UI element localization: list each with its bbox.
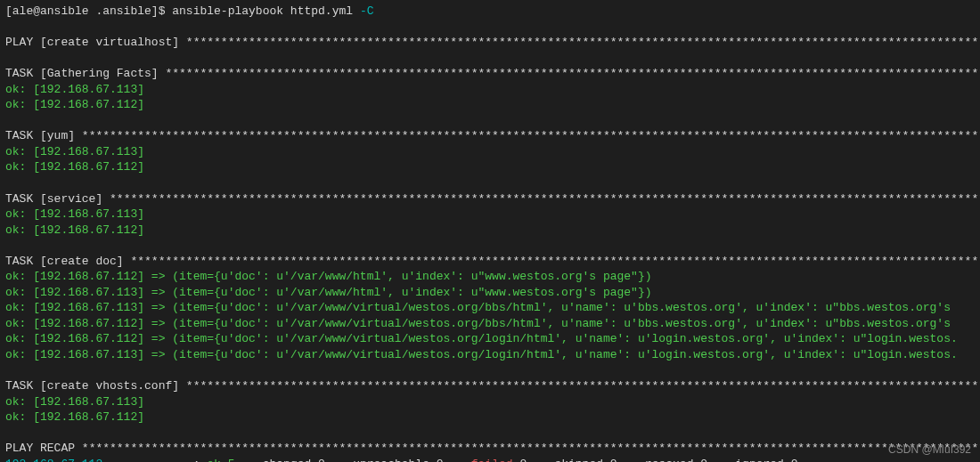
- recap-stars: ****************************************…: [82, 442, 980, 455]
- task-stars: ****************************************…: [130, 255, 980, 268]
- recap-host: 192.168.67.112: [5, 458, 102, 462]
- prompt-line: [ale@ansible .ansible]$ ansible-playbook…: [5, 4, 975, 20]
- recap-label: PLAY RECAP: [5, 442, 82, 455]
- prompt-text: [ale@ansible .ansible]$: [5, 4, 172, 18]
- recap-header: PLAY RECAP *****************************…: [5, 441, 975, 457]
- watermark-text: CSDN @MIuI392: [888, 442, 971, 457]
- play-label: PLAY [create virtualhost]: [5, 36, 186, 49]
- task-item: ok: [192.168.67.113] => (item={u'doc': u…: [5, 300, 975, 316]
- task-host-ok: ok: [192.168.67.112]: [5, 223, 975, 239]
- task-header-vhosts: TASK [create vhosts.conf] **************…: [5, 378, 975, 394]
- task-host-ok: ok: [192.168.67.113]: [5, 207, 975, 223]
- blank-line: [5, 113, 975, 129]
- task-label: TASK [create doc]: [5, 255, 130, 268]
- task-header-service: TASK [service] *************************…: [5, 191, 975, 207]
- task-stars: ****************************************…: [110, 192, 980, 206]
- task-item: ok: [192.168.67.113] => (item={u'doc': u…: [5, 285, 975, 301]
- task-host-ok: ok: [192.168.67.112]: [5, 97, 975, 113]
- recap-changed: changed=0: [263, 458, 325, 462]
- task-host-ok: ok: [192.168.67.112]: [5, 159, 975, 175]
- task-label: TASK [service]: [5, 192, 110, 206]
- task-item: ok: [192.168.67.113] => (item={u'doc': u…: [5, 347, 975, 363]
- recap-rescued: rescued=0: [645, 458, 707, 462]
- play-header: PLAY [create virtualhost] **************…: [5, 35, 975, 51]
- task-label: TASK [yum]: [5, 129, 82, 142]
- command-flag: -C: [360, 4, 374, 18]
- recap-unreachable: unreachable=0: [353, 458, 443, 462]
- command-text: ansible-playbook httpd.yml: [172, 4, 360, 18]
- task-stars: ****************************************…: [165, 67, 980, 80]
- blank-line: [5, 175, 975, 191]
- recap-ignored: ignored=0: [735, 458, 797, 462]
- task-item: ok: [192.168.67.112] => (item={u'doc': u…: [5, 316, 975, 332]
- task-stars: ****************************************…: [186, 379, 980, 393]
- task-header-yum: TASK [yum] *****************************…: [5, 128, 975, 144]
- blank-line: [5, 238, 975, 254]
- task-item: ok: [192.168.67.112] => (item={u'doc': u…: [5, 269, 975, 285]
- blank-line: [5, 426, 975, 442]
- blank-line: [5, 51, 975, 67]
- task-host-ok: ok: [192.168.67.113]: [5, 82, 975, 98]
- play-stars: ****************************************…: [186, 36, 980, 49]
- task-item: ok: [192.168.67.112] => (item={u'doc': u…: [5, 331, 975, 347]
- task-host-ok: ok: [192.168.67.113]: [5, 394, 975, 410]
- task-header-createdoc: TASK [create doc] **********************…: [5, 254, 975, 270]
- recap-failed: failed: [471, 458, 513, 462]
- task-label: TASK [Gathering Facts]: [5, 67, 165, 80]
- task-host-ok: ok: [192.168.67.113]: [5, 144, 975, 160]
- task-host-ok: ok: [192.168.67.112]: [5, 409, 975, 426]
- recap-failed-eq: =0: [513, 458, 527, 462]
- task-header-gather: TASK [Gathering Facts] *****************…: [5, 66, 975, 82]
- blank-line: [5, 363, 975, 379]
- recap-ok: ok=5: [207, 458, 234, 462]
- task-stars: ****************************************…: [82, 129, 980, 142]
- recap-skipped: skipped=0: [554, 458, 617, 462]
- blank-line: [5, 20, 975, 36]
- task-label: TASK [create vhosts.conf]: [5, 379, 186, 393]
- recap-row: 192.168.67.112 : ok=5 changed=0 unreacha…: [5, 457, 975, 462]
